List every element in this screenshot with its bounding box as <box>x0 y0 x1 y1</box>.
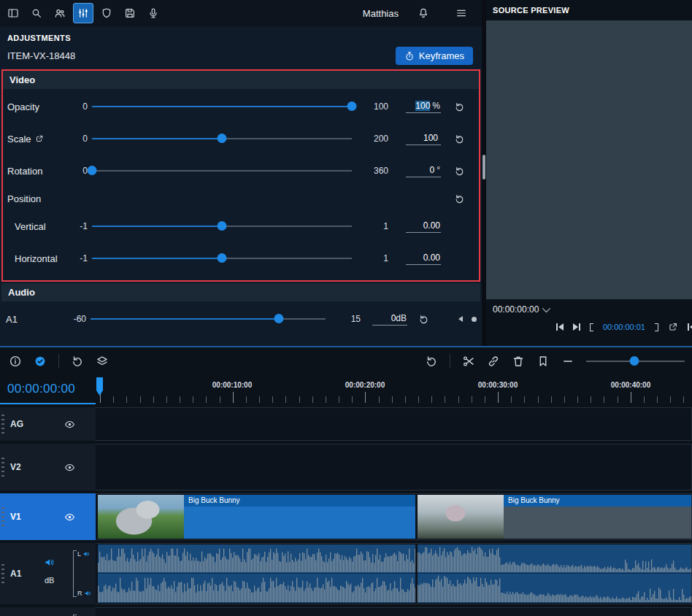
scale-slider-handle[interactable] <box>218 134 227 143</box>
layers-button[interactable] <box>96 355 109 368</box>
panels-button[interactable] <box>3 3 23 23</box>
timeline-zoom-slider[interactable] <box>586 355 685 368</box>
notifications-bell-button[interactable] <box>413 3 434 23</box>
audio-a1-slider-handle[interactable] <box>274 314 283 323</box>
mark-out-button[interactable] <box>655 323 658 331</box>
source-preview-viewport[interactable] <box>486 20 692 299</box>
video-clip-1[interactable]: Big Buck Bunny <box>98 495 415 539</box>
scale-max: 200 <box>356 134 388 144</box>
track-a1-header[interactable]: A1 dB L R <box>0 543 96 604</box>
create-subclip-button[interactable] <box>668 322 678 332</box>
info-button[interactable] <box>9 355 22 368</box>
zoom-out-button[interactable] <box>561 355 574 368</box>
mark-in-button[interactable] <box>590 323 593 331</box>
drag-handle-icon[interactable] <box>1 458 4 477</box>
adjustments-panel-title: ADJUSTMENTS <box>1 31 480 44</box>
position-reset-button[interactable] <box>454 193 465 204</box>
drag-handle-icon[interactable] <box>1 564 4 583</box>
skip-to-start-button[interactable] <box>688 323 692 331</box>
speaker-icon <box>84 590 91 597</box>
preview-timecode-dropdown[interactable]: 00:00:00:00 <box>486 299 548 315</box>
opacity-max: 100 <box>356 101 388 112</box>
delete-clip-button[interactable] <box>512 355 525 368</box>
scale-reset-button[interactable] <box>454 134 465 145</box>
microphone-button[interactable] <box>143 3 164 23</box>
track-v1-visibility-button[interactable] <box>64 512 75 523</box>
track-v1-header[interactable]: V1 <box>0 493 96 540</box>
track-ag-visibility-button[interactable] <box>64 419 75 430</box>
track-v2-visibility-button[interactable] <box>64 462 75 473</box>
shield-button[interactable] <box>96 3 117 23</box>
horizontal-slider[interactable] <box>92 252 352 265</box>
rotation-label: Rotation <box>7 166 64 177</box>
user-name[interactable]: Matthias <box>363 8 399 19</box>
rotation-value-field[interactable]: 0° <box>406 165 441 177</box>
horizontal-max: 1 <box>356 253 388 263</box>
hamburger-menu-button[interactable] <box>451 3 472 23</box>
audio-clip-2[interactable] <box>418 544 691 603</box>
link-clips-button[interactable] <box>487 355 500 368</box>
drag-handle-icon[interactable] <box>1 415 4 434</box>
history-button[interactable] <box>425 355 438 368</box>
users-button[interactable] <box>50 3 70 23</box>
opacity-slider-handle[interactable] <box>347 101 357 111</box>
horizontal-slider-handle[interactable] <box>218 253 227 263</box>
track-ag-header[interactable]: AG <box>0 407 96 441</box>
audio-a1-reset-button[interactable] <box>418 314 429 325</box>
adjustments-button[interactable] <box>73 3 93 23</box>
track-v1-content[interactable]: Big Buck Bunny Big Buck Bunny <box>96 493 692 540</box>
vertical-value-field[interactable]: 0.00 <box>406 220 441 233</box>
scale-link-icon[interactable] <box>35 134 44 143</box>
add-keyframe-icon[interactable] <box>472 317 477 322</box>
rotation-slider[interactable] <box>92 164 352 177</box>
audio-a1-slider[interactable] <box>91 312 326 326</box>
opacity-reset-button[interactable] <box>454 101 465 112</box>
audio-clip-1[interactable] <box>98 544 415 603</box>
left-panel: Matthias ADJUSTMENTS ITEM-VX-18448 Keyfr… <box>0 0 482 346</box>
bookmark-button[interactable] <box>537 355 550 368</box>
track-a1-content[interactable] <box>96 543 692 604</box>
track-v2-header[interactable]: V2 <box>0 444 96 490</box>
approve-check-button[interactable] <box>34 355 47 368</box>
rotation-max: 360 <box>356 166 388 176</box>
track-a1: A1 dB L R <box>0 543 692 604</box>
timeline-panel: 00:00:10:00 00:00:20:00 00:00:30:00 00:0… <box>0 346 692 616</box>
waveform <box>418 546 691 572</box>
track-ag-content[interactable] <box>96 407 692 441</box>
save-button[interactable] <box>120 3 140 23</box>
scale-min: 0 <box>69 134 88 144</box>
undo-button[interactable] <box>71 355 84 368</box>
cut-scissors-button[interactable] <box>462 355 475 368</box>
audio-section-header: Audio <box>1 283 480 301</box>
video-clip-2[interactable]: Big Buck Bunny <box>418 495 691 539</box>
speaker-icon[interactable] <box>44 557 55 568</box>
splitter-handle[interactable] <box>483 155 485 180</box>
video-section-header: Video <box>3 71 479 89</box>
audio-a1-value-field[interactable]: 0dB <box>372 313 407 326</box>
rotation-slider-handle[interactable] <box>88 166 97 175</box>
vertical-slider-handle[interactable] <box>218 221 227 231</box>
drag-handle-icon[interactable] <box>1 507 4 526</box>
channel-left: L <box>77 550 93 558</box>
channel-right: R <box>77 590 93 597</box>
timeline-zoom-handle[interactable] <box>630 356 639 366</box>
search-button[interactable] <box>26 3 47 23</box>
source-preview-footer: 00:00:00:00 00:00:00:01 <box>486 299 692 346</box>
step-forward-button[interactable] <box>573 323 580 331</box>
step-back-button[interactable] <box>556 323 564 331</box>
track-ag: AG <box>0 407 692 441</box>
opacity-slider[interactable] <box>92 100 352 113</box>
track-a2-header[interactable]: L <box>0 607 96 616</box>
horizontal-value-field[interactable]: 0.00 <box>406 253 441 265</box>
vertical-slider[interactable] <box>92 220 352 233</box>
previous-keyframe-icon[interactable] <box>458 316 463 322</box>
scale-value-field[interactable]: 100 <box>406 133 441 145</box>
rotation-reset-button[interactable] <box>454 166 465 177</box>
scale-slider[interactable] <box>92 132 352 145</box>
keyframes-button[interactable]: Keyframes <box>396 47 473 65</box>
opacity-value-field[interactable]: 100% <box>406 101 441 113</box>
selection-timecode[interactable]: 00:00:00:01 <box>603 323 645 331</box>
track-v2-content[interactable] <box>96 444 692 490</box>
timeline-ruler[interactable]: 00:00:10:00 00:00:20:00 00:00:30:00 00:0… <box>0 375 692 404</box>
track-a2-content[interactable] <box>96 607 692 616</box>
